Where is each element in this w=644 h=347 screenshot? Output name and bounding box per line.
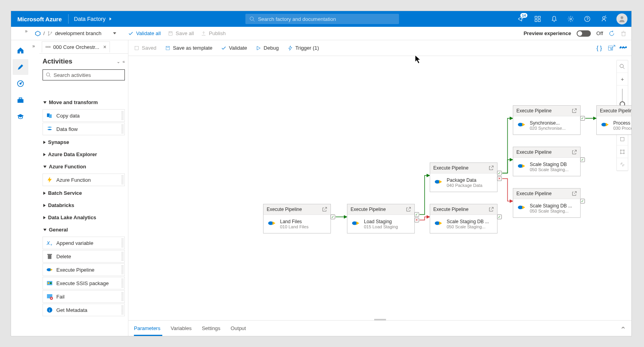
activity-item[interactable]: Data flow — [43, 123, 125, 135]
drag-grip-icon — [121, 111, 124, 120]
validate-button[interactable]: Validate — [221, 45, 247, 51]
failure-port[interactable]: ✕ — [497, 176, 502, 181]
search-input[interactable]: Search factory and documentation — [245, 14, 399, 24]
minimize-icon[interactable] — [617, 158, 628, 171]
canvas-search-icon[interactable] — [617, 60, 628, 73]
expand-panel-icon[interactable] — [620, 325, 626, 332]
open-icon[interactable] — [572, 191, 577, 196]
tab-settings[interactable]: Settings — [202, 325, 220, 331]
pipeline-node[interactable]: Execute Pipeline Synchronise...020 Synch… — [513, 105, 581, 135]
activity-category[interactable]: Move and transform — [41, 96, 126, 108]
help-button[interactable] — [579, 11, 595, 27]
activity-item[interactable]: Execute Pipeline — [43, 263, 125, 276]
activity-item[interactable]: X+Append variable — [43, 237, 125, 249]
pipeline-tab[interactable]: 000 Core Orchestr... × — [42, 41, 110, 52]
trigger-button[interactable]: Trigger (1) — [288, 45, 319, 51]
svg-point-54 — [518, 123, 523, 126]
tab-variables[interactable]: Variables — [171, 325, 191, 331]
success-port[interactable]: ✓ — [330, 215, 335, 219]
delete-icon[interactable] — [620, 30, 627, 37]
pipeline-node[interactable]: Execute Pipeline Process Analytics...030… — [596, 105, 631, 135]
json-view-button[interactable]: { } — [596, 45, 602, 51]
pipeline-node[interactable]: Execute Pipeline Scale Staging DB ...050… — [430, 204, 497, 233]
save-icon — [134, 45, 139, 51]
save-as-template-button[interactable]: Save as template — [165, 45, 212, 51]
preview-toggle[interactable] — [577, 30, 591, 37]
chevron-down-icon — [113, 32, 116, 34]
alerts-button[interactable] — [546, 11, 562, 27]
collapse-icon[interactable]: ⌄ — [117, 59, 120, 64]
avatar[interactable] — [616, 13, 627, 24]
pipeline-node[interactable]: Execute Pipeline Load Staging015 Load St… — [347, 204, 415, 233]
svg-point-52 — [435, 180, 440, 183]
play-icon — [256, 45, 261, 51]
rail-manage[interactable] — [13, 92, 28, 108]
activity-item[interactable]: Delete — [43, 250, 125, 263]
pin-icon[interactable]: « — [122, 59, 125, 64]
layout-icon[interactable] — [617, 146, 628, 158]
svg-point-57 — [601, 123, 607, 126]
svg-point-56 — [518, 205, 523, 209]
pipeline-canvas[interactable]: + − Execute Pipeline Land Files010 Land … — [128, 56, 631, 320]
rail-home[interactable] — [13, 43, 28, 58]
activities-search-input[interactable]: Search activities — [43, 69, 125, 80]
action-bar: / development branch Validate all Save a… — [11, 27, 631, 40]
breadcrumb-caret-icon[interactable] — [109, 17, 111, 21]
pipeline-node[interactable]: Execute Pipeline Scale Staging DB050 Sca… — [513, 147, 581, 176]
open-icon[interactable] — [322, 207, 327, 212]
activity-item[interactable]: Copy data — [43, 109, 125, 122]
refresh-icon[interactable] — [609, 30, 615, 37]
rail-author[interactable] — [13, 59, 28, 75]
failure-port[interactable]: ✕ — [414, 218, 419, 222]
rail-monitor[interactable] — [13, 76, 28, 91]
zoom-in-icon[interactable]: + — [617, 73, 628, 86]
validate-all-button[interactable]: Validate all — [128, 30, 161, 36]
success-port[interactable]: ✓ — [580, 199, 585, 203]
activity-category[interactable]: Data Lake Analytics — [41, 211, 126, 224]
dashboard-button[interactable] — [530, 11, 546, 27]
svg-rect-29 — [48, 255, 52, 259]
branch-selector[interactable]: / development branch — [35, 30, 116, 37]
open-icon[interactable] — [406, 207, 411, 212]
pipeline-node[interactable]: Execute Pipeline Land Files010 Land File… — [263, 204, 331, 233]
activity-item[interactable]: Fail — [43, 290, 125, 303]
debug-button[interactable]: Debug — [256, 45, 278, 51]
activity-category[interactable]: Azure Function — [41, 160, 126, 173]
success-port[interactable]: ✓ — [414, 212, 419, 217]
activities-list[interactable]: Move and transformCopy dataData flowSyna… — [39, 95, 128, 336]
activity-category[interactable]: Batch Service — [41, 187, 126, 199]
close-icon[interactable]: × — [103, 44, 106, 50]
success-port[interactable]: ✓ — [580, 116, 585, 121]
tab-output[interactable]: Output — [230, 325, 246, 331]
rail-learn[interactable] — [13, 109, 28, 125]
tab-parameters[interactable]: Parameters — [134, 325, 160, 331]
success-port[interactable]: ✓ — [497, 215, 502, 219]
success-port[interactable]: ✓ — [580, 157, 585, 162]
activity-item[interactable]: Azure Function — [43, 174, 125, 186]
open-icon[interactable] — [488, 207, 494, 212]
activity-item[interactable]: iGet Metadata — [43, 304, 125, 316]
svg-rect-20 — [46, 46, 47, 48]
open-icon[interactable] — [488, 165, 494, 171]
activity-category[interactable]: Databricks — [41, 199, 126, 211]
success-port[interactable]: ✓ — [497, 171, 502, 175]
activity-item[interactable]: Execute SSIS package — [43, 277, 125, 289]
pipeline-node[interactable]: Execute Pipeline Scale Staging DB ...050… — [513, 188, 581, 218]
expand-icon[interactable] — [610, 45, 616, 50]
activity-category[interactable]: Azure Data Explorer — [41, 148, 126, 160]
expand-rail-icon[interactable]: » — [25, 28, 28, 34]
resize-handle[interactable] — [374, 319, 386, 321]
activity-category[interactable]: Synapse — [41, 136, 126, 148]
activity-category[interactable]: General — [41, 224, 126, 236]
open-icon[interactable] — [572, 108, 577, 114]
toggle-state: Off — [596, 30, 603, 36]
feedback-button[interactable] — [596, 11, 612, 27]
open-icon[interactable] — [572, 149, 577, 155]
settings-button[interactable] — [563, 11, 579, 27]
more-icon[interactable]: ••• — [620, 44, 627, 51]
notifications-button[interactable]: 14 — [513, 11, 529, 27]
expand-panel-icon[interactable]: » — [32, 43, 35, 49]
service-name[interactable]: Data Factory — [69, 16, 109, 22]
pipeline-node[interactable]: Execute Pipeline Package Data040 Package… — [430, 162, 497, 192]
graduation-icon — [17, 113, 24, 121]
